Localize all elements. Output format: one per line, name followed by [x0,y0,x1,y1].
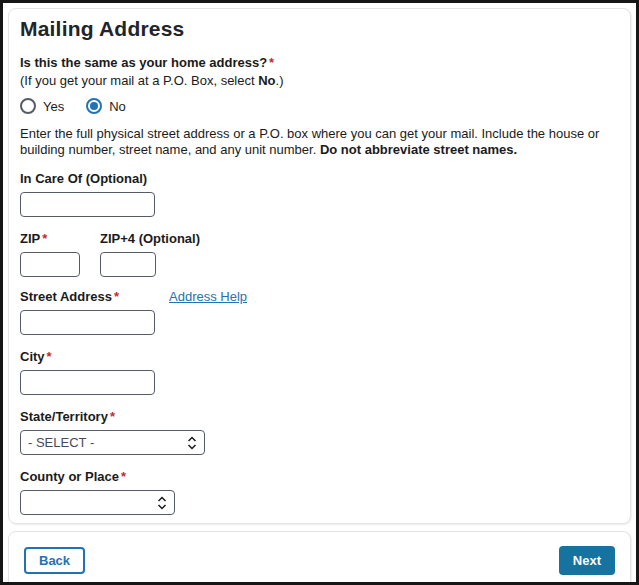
state-territory-select[interactable]: - SELECT - [20,430,205,455]
county-or-place-label: County or Place* [20,469,126,484]
field-state-territory: State/Territory* - SELECT - [20,407,618,455]
city-input[interactable] [20,370,155,395]
back-button[interactable]: Back [24,547,85,574]
zip4-input[interactable] [100,252,156,277]
same-address-radio-group: Yes No [20,98,618,114]
zip-label: ZIP* [20,231,47,246]
state-territory-label: State/Territory* [20,409,115,424]
county-or-place-select[interactable] [20,490,175,515]
required-asterisk: * [42,231,47,246]
radio-no-label: No [109,99,126,114]
form-navigation-bar: Back Next [8,531,631,585]
next-button[interactable]: Next [559,546,615,575]
state-selected-value: - SELECT - [28,435,94,450]
required-asterisk: * [269,55,274,70]
required-asterisk: * [47,349,52,364]
address-help-link[interactable]: Address Help [169,289,247,304]
field-street-address: Street Address* Address Help [20,289,618,335]
same-address-question-label: Is this the same as your home address?* [20,55,618,71]
question-text: Is this the same as your home address? [20,55,267,70]
radio-selected-icon[interactable] [86,98,102,114]
zip-input[interactable] [20,252,80,277]
field-in-care-of: In Care Of (Optional) [20,169,618,217]
required-asterisk: * [114,289,119,304]
chevron-updown-icon [157,496,167,510]
page-title: Mailing Address [20,17,618,41]
address-instructions: Enter the full physical street address o… [20,126,618,157]
field-zip4: ZIP+4 (Optional) [100,229,200,277]
field-county-or-place: County or Place* [20,467,618,515]
street-address-label: Street Address* [20,289,169,305]
same-address-question-hint: (If you get your mail at a P.O. Box, sel… [20,73,618,89]
in-care-of-label: In Care Of (Optional) [20,171,147,186]
radio-option-no[interactable]: No [86,98,126,114]
city-label: City* [20,349,52,364]
chevron-updown-icon [187,436,197,450]
in-care-of-input[interactable] [20,192,155,217]
zip4-label: ZIP+4 (Optional) [100,231,200,246]
zip-row: ZIP* ZIP+4 (Optional) [20,229,618,277]
required-asterisk: * [110,409,115,424]
radio-unselected-icon[interactable] [20,98,36,114]
street-address-input[interactable] [20,310,155,335]
radio-option-yes[interactable]: Yes [20,98,64,114]
radio-yes-label: Yes [43,99,64,114]
required-asterisk: * [121,469,126,484]
field-city: City* [20,347,618,395]
field-zip: ZIP* [20,229,100,277]
mailing-address-form-card: Mailing Address Is this the same as your… [8,8,631,524]
